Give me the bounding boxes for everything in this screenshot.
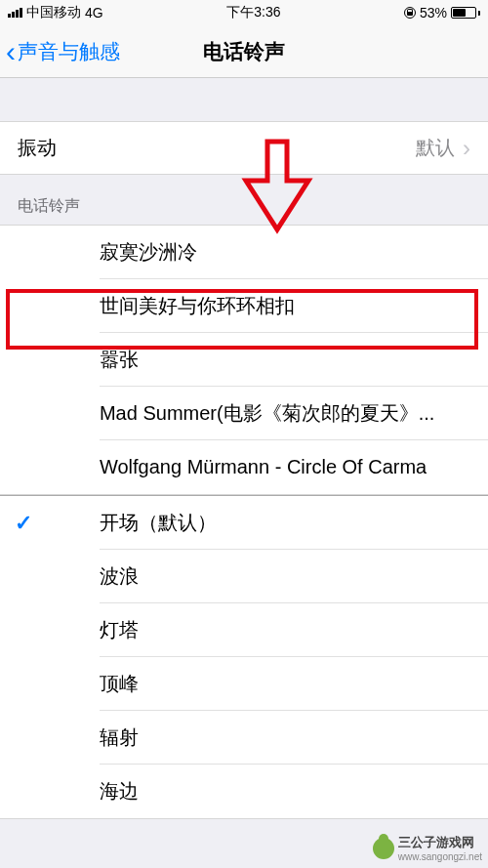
watermark: 三公子游戏网 www.sangongzi.net <box>373 834 482 862</box>
ringtone-label: 波浪 <box>100 563 139 590</box>
status-right: 53% <box>404 5 480 21</box>
ringtone-label: 海边 <box>100 778 139 805</box>
system-ringtone-list: ✓ 开场（默认） 波浪 灯塔 顶峰 辐射 海边 <box>0 495 488 819</box>
back-button[interactable]: ‹ 声音与触感 <box>0 37 120 66</box>
rotation-lock-icon <box>404 7 416 19</box>
ringtone-item[interactable]: Wolfgang Mürmann - Circle Of Carma <box>0 440 488 494</box>
ringtone-item[interactable]: 灯塔 <box>0 603 488 657</box>
back-label: 声音与触感 <box>18 38 120 65</box>
chevron-right-icon: › <box>463 135 470 162</box>
ringtone-label: 开场（默认） <box>100 510 217 536</box>
carrier-label: 中国移动 <box>26 4 81 21</box>
ringtone-item[interactable]: Mad Summer(电影《菊次郎的夏天》... <box>0 387 488 440</box>
ringtone-label: 嚣张 <box>100 347 139 373</box>
status-left: 中国移动 4G <box>8 4 103 21</box>
ringtone-item[interactable]: 波浪 <box>0 550 488 603</box>
ringtone-item[interactable]: 嚣张 <box>0 333 488 387</box>
vibration-row[interactable]: 振动 默认 › <box>0 121 488 175</box>
vibration-label: 振动 <box>18 135 57 161</box>
ringtone-item[interactable]: 寂寞沙洲冷 <box>0 226 488 279</box>
ringtone-item[interactable]: ✓ 开场（默认） <box>0 496 488 550</box>
ringtone-label: 顶峰 <box>100 671 139 697</box>
ringtone-label: 灯塔 <box>100 617 139 643</box>
ringtone-item[interactable]: 海边 <box>0 765 488 818</box>
status-time: 下午3:36 <box>226 4 280 21</box>
chevron-left-icon: ‹ <box>6 37 16 66</box>
watermark-text: 三公子游戏网 <box>398 834 482 851</box>
ringtone-label: 世间美好与你环环相扣 <box>100 293 295 319</box>
page-title: 电话铃声 <box>203 38 285 65</box>
battery-icon <box>451 7 480 19</box>
watermark-url: www.sangongzi.net <box>398 851 482 862</box>
battery-percent: 53% <box>420 5 447 21</box>
ringtone-label: 辐射 <box>100 724 139 751</box>
ringtone-label: Mad Summer(电影《菊次郎的夏天》... <box>100 400 434 427</box>
ringtone-label: 寂寞沙洲冷 <box>100 239 197 266</box>
ringtone-item[interactable]: 辐射 <box>0 711 488 765</box>
status-bar: 中国移动 4G 下午3:36 53% <box>0 0 488 25</box>
custom-ringtone-list: 寂寞沙洲冷 世间美好与你环环相扣 嚣张 Mad Summer(电影《菊次郎的夏天… <box>0 225 488 495</box>
ringtone-item[interactable]: 世间美好与你环环相扣 <box>0 279 488 333</box>
checkmark-icon: ✓ <box>0 511 47 536</box>
nav-bar: ‹ 声音与触感 电话铃声 <box>0 25 488 78</box>
ringtone-label: Wolfgang Mürmann - Circle Of Carma <box>100 456 427 478</box>
network-label: 4G <box>85 5 103 21</box>
watermark-logo-icon <box>373 838 394 859</box>
signal-icon <box>8 8 22 18</box>
section-header: 电话铃声 <box>0 175 488 225</box>
ringtone-item[interactable]: 顶峰 <box>0 657 488 711</box>
vibration-value: 默认 <box>416 135 455 161</box>
